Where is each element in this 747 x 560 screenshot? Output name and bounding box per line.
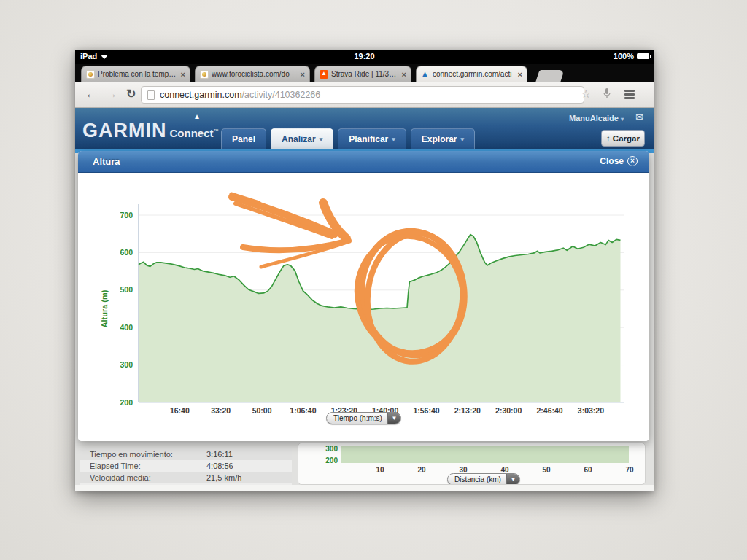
browser-tab-2[interactable]: www.forociclista.com/do× [195,66,310,82]
url-host: connect.garmin.com [160,90,242,100]
menu-icon[interactable] [624,93,635,96]
x-tick-label: 33:20 [211,406,231,415]
upload-button[interactable]: ↑ Cargar [601,130,645,147]
url-path: /activity/410362266 [242,90,321,100]
forum-icon [200,70,209,79]
nav-tab-explorar[interactable]: Explorar▾ [411,128,475,149]
annotation-arrow [261,242,347,267]
y-axis-title: Altura (m) [100,289,109,327]
y-tick-label: 200 [120,398,133,407]
tab-close-icon[interactable]: × [181,71,185,78]
mini-chart-area-fill [341,446,629,463]
tab-title: connect.garmin.com/acti [433,70,515,78]
mini-y-tick: 300 [319,445,338,453]
page-bottom-strip [75,485,654,491]
tab-title: Strava Ride | 11/30/2013 [331,70,399,78]
distance-chart-card: 300200 10203040506070 Distancia (km) ▼ [298,443,646,485]
forward-icon[interactable]: → [106,87,117,101]
nav-tab-analizar[interactable]: Analizar▾ [271,128,333,149]
battery-percent: 100% [614,52,634,61]
forum-icon [86,70,95,79]
close-icon: × [627,156,638,166]
stat-row: Tiempo en movimiento:3:16:11 [80,448,292,460]
stat-value: 21,5 km/h [206,473,241,482]
nav-tab-label: Planificar [349,134,388,144]
upload-arrow-icon: ↑ [606,134,611,143]
y-tick-label: 600 [120,248,133,257]
nav-tab-label: Explorar [422,134,457,144]
tab-title: Problema con la temperat [98,70,178,78]
distance-unit-dropdown[interactable]: Distancia (km) ▼ [447,473,520,485]
garmin-nav: PanelAnalizar▾Planificar▾Explorar▾ [221,128,475,149]
browser-toolbar: ← → ↻ connect.garmin.com/activity/410362… [75,82,654,108]
browser-tab-bar: Problema con la temperat×www.forociclist… [75,64,654,82]
page-icon [147,90,155,100]
altura-modal: Altura Close × 20030040050060070016:4033… [78,151,649,441]
url-text: connect.garmin.com/activity/410362266 [160,90,320,100]
browser-tab-4[interactable]: connect.garmin.com/acti× [416,66,527,82]
new-tab-button[interactable] [535,70,564,82]
y-tick-label: 700 [120,211,133,219]
connect-logo-text: Connect [170,127,214,139]
ios-status-bar: iPad 19:20 100% [75,50,654,64]
x-tick-label: 2:30:00 [495,406,522,415]
nav-tab-panel[interactable]: Panel [221,128,266,149]
trademark: ™ [214,128,219,133]
chevron-down-icon: ▾ [392,136,395,143]
garmin-icon [421,70,430,79]
url-omnibox[interactable]: connect.garmin.com/activity/410362266 [141,86,584,104]
stat-label: Tiempo en movimiento: [90,450,206,459]
chevron-down-icon: ▾ [320,136,323,143]
user-menu[interactable]: ManuAlcaide ▾ [569,114,624,122]
strava-icon [320,70,328,79]
photo-background: iPad 19:20 100% Problema con la temperat… [0,0,747,560]
stat-label: Elapsed Time: [90,462,206,470]
x-tick-label: 3:03:20 [578,406,604,415]
chevron-down-icon: ▾ [460,136,464,143]
distance-dropdown-label: Distancia (km) [448,474,506,485]
stat-value: 3:16:11 [206,450,233,459]
browser-tab-3[interactable]: Strava Ride | 11/30/2013× [314,66,411,82]
y-tick-label: 300 [120,360,133,369]
mini-x-tick: 70 [625,466,633,474]
x-tick-label: 50:00 [252,406,272,415]
y-tick-label: 400 [120,323,133,332]
stat-row: Elapsed Time:4:08:56 [80,460,292,472]
close-button[interactable]: Close × [600,156,638,166]
stat-value: 4:08:56 [206,462,233,470]
close-label: Close [600,156,624,166]
reload-icon[interactable]: ↻ [126,87,136,101]
garmin-header: GARMIN▲Connect™ PanelAnalizar▾Planificar… [75,108,654,149]
nav-tab-planificar[interactable]: Planificar▾ [338,128,406,149]
stat-label: Velocidad media: [90,473,206,482]
browser-tab-1[interactable]: Problema con la temperat× [81,66,190,82]
ipad-screenshot: iPad 19:20 100% Problema con la temperat… [75,50,654,491]
tab-close-icon[interactable]: × [518,71,522,78]
modal-title: Altura [93,156,120,167]
envelope-icon[interactable]: ✉ [635,112,643,122]
dropdown-arrow-icon[interactable]: ▼ [387,413,400,424]
upload-label: Cargar [613,134,640,143]
y-tick-label: 500 [120,285,133,294]
modal-title-bar: Altura Close × [78,151,649,173]
x-tick-label: 1:06:40 [290,406,316,415]
battery-icon [637,53,649,59]
bookmark-star-icon[interactable]: ☆ [581,88,591,101]
mini-y-tick: 200 [319,456,338,464]
tab-close-icon[interactable]: × [402,71,406,78]
elevation-chart: 20030040050060070016:4033:2050:001:06:40… [78,173,649,441]
time-dropdown-label: Tiempo (h:m:s) [327,413,387,424]
dropdown-arrow-icon[interactable]: ▼ [506,474,519,485]
mini-x-tick: 50 [542,466,550,474]
x-tick-label: 16:40 [170,406,190,415]
back-icon[interactable]: ← [85,87,97,101]
mic-icon[interactable] [603,88,611,101]
tab-title: www.forociclista.com/do [212,70,298,78]
nav-tab-label: Panel [232,134,255,144]
garmin-logo-delta-icon: ▲ [193,112,201,120]
x-tick-label: 2:13:20 [454,406,481,415]
time-unit-dropdown[interactable]: Tiempo (h:m:s) ▼ [326,412,401,424]
garmin-logo[interactable]: GARMIN▲Connect™ [82,120,219,142]
tab-close-icon[interactable]: × [301,71,305,78]
annotation-arrow [236,203,332,237]
